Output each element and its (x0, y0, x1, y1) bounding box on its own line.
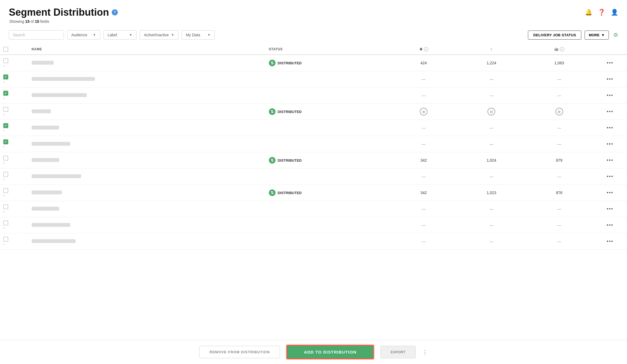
row-actions-button[interactable]: ••• (607, 125, 614, 131)
segment-name (32, 126, 59, 129)
row-actions-button[interactable]: ••• (607, 206, 614, 212)
row-actions-button[interactable]: ••• (607, 174, 614, 180)
segment-name (32, 191, 62, 194)
row-checkbox[interactable] (3, 156, 8, 161)
android-count: — (525, 233, 593, 250)
segment-name (32, 174, 81, 178)
row-actions-button[interactable]: ••• (607, 190, 614, 196)
table-row: ›⇅DISTRIBUTED4241,2241,063••• (0, 55, 627, 71)
segment-name (32, 109, 51, 113)
row-actions-button[interactable]: ••• (607, 60, 614, 66)
expand-arrow-icon[interactable]: › (3, 177, 4, 181)
expand-arrow-icon[interactable]: › (3, 96, 4, 100)
expand-arrow-icon[interactable]: › (3, 194, 4, 197)
apple-count: — (457, 201, 525, 217)
status-badge: ⇅DISTRIBUTED (269, 189, 302, 196)
android-count: 879 (525, 152, 593, 169)
row-checkbox[interactable] (3, 75, 8, 79)
desktop-count: — (390, 201, 457, 217)
chevron-down-icon: ▼ (129, 33, 132, 37)
gear-icon[interactable]: ⚙ (613, 32, 618, 38)
table-row: ›———••• (0, 201, 627, 217)
help-icon[interactable]: ? (112, 9, 118, 15)
row-actions-button[interactable]: ••• (607, 222, 614, 228)
desktop-info-icon[interactable]: i (424, 47, 428, 51)
desktop-count: — (390, 217, 457, 233)
expand-arrow-icon[interactable]: › (3, 129, 4, 133)
table-row: ›———••• (0, 217, 627, 233)
segment-name (32, 158, 59, 162)
apple-column-icon:  (491, 47, 492, 51)
row-checkbox[interactable] (3, 204, 8, 209)
row-actions-button[interactable]: ••• (607, 158, 614, 163)
error-icon: ⊠ (487, 108, 495, 115)
search-input[interactable] (9, 30, 64, 40)
row-actions-button[interactable]: ••• (607, 239, 614, 244)
expand-arrow-icon[interactable]: › (3, 226, 4, 230)
desktop-column-icon: 🖥 (419, 47, 423, 51)
audience-dropdown[interactable]: Audience ▼ (67, 30, 100, 40)
table-row: ›———••• (0, 136, 627, 152)
segments-table: NAME STATUS 🖥 i  (0, 44, 627, 250)
error-icon: ⊠ (420, 108, 427, 115)
table-row: ›———••• (0, 120, 627, 136)
distributed-icon: ⇅ (269, 60, 276, 66)
row-checkbox[interactable] (3, 188, 8, 193)
segment-name (32, 93, 87, 97)
user-icon[interactable]: 👤 (611, 9, 618, 16)
page-title: Segment Distribution (9, 7, 109, 18)
row-checkbox[interactable] (3, 123, 8, 128)
desktop-count: — (390, 136, 457, 152)
chevron-down-icon: ▼ (171, 33, 174, 37)
active-inactive-dropdown[interactable]: Active/Inactive ▼ (140, 30, 178, 40)
segment-name (32, 207, 59, 211)
label-dropdown[interactable]: Label ▼ (103, 30, 137, 40)
delivery-job-status-button[interactable]: DELIVERY JOB STATUS (528, 31, 581, 40)
row-checkbox[interactable] (3, 139, 8, 144)
row-actions-button[interactable]: ••• (607, 141, 614, 147)
android-count: — (525, 201, 593, 217)
help-circle-icon[interactable]: ❓ (598, 9, 605, 16)
expand-arrow-icon[interactable]: › (3, 210, 4, 214)
apple-count: — (457, 120, 525, 136)
expand-arrow-icon[interactable]: › (3, 112, 4, 116)
row-checkbox[interactable] (3, 237, 8, 242)
desktop-count: 424 (390, 55, 457, 71)
apple-count: — (457, 87, 525, 104)
row-checkbox[interactable] (3, 220, 8, 225)
row-checkbox[interactable] (3, 107, 8, 112)
row-checkbox[interactable] (3, 91, 8, 96)
expand-arrow-icon[interactable]: › (3, 242, 4, 246)
row-checkbox[interactable] (3, 172, 8, 177)
expand-arrow-icon[interactable]: › (3, 161, 4, 165)
row-actions-button[interactable]: ••• (607, 76, 614, 82)
segment-name (32, 142, 70, 146)
row-checkbox[interactable] (3, 58, 8, 63)
my-data-dropdown[interactable]: My Data ▼ (182, 30, 215, 40)
apple-count: ⊠ (457, 104, 525, 120)
apple-count: — (457, 71, 525, 87)
desktop-count: — (390, 169, 457, 185)
apple-count: 1,024 (457, 152, 525, 169)
android-count: — (525, 71, 593, 87)
apple-count: 1,224 (457, 55, 525, 71)
row-actions-button[interactable]: ••• (607, 109, 614, 115)
expand-arrow-icon[interactable]: › (3, 145, 4, 149)
subtitle: Showing 15 of 15 fields (9, 19, 118, 24)
expand-arrow-icon[interactable]: › (3, 64, 4, 68)
row-actions-button[interactable]: ••• (607, 93, 614, 98)
select-all-checkbox[interactable] (3, 47, 8, 52)
status-badge: ⇅DISTRIBUTED (269, 157, 302, 164)
chevron-down-icon: ▼ (601, 33, 605, 37)
table-row: ›———••• (0, 233, 627, 250)
expand-arrow-icon[interactable]: › (3, 80, 4, 84)
desktop-count: — (390, 233, 457, 250)
chevron-down-icon: ▼ (93, 33, 96, 37)
notifications-icon[interactable]: 🔔 (585, 9, 592, 16)
name-column-header: NAME (32, 47, 42, 51)
status-column-header: STATUS (269, 47, 283, 51)
more-button[interactable]: MORE ▼ (585, 31, 609, 40)
android-info-icon[interactable]: i (560, 47, 564, 51)
status-badge: ⇅DISTRIBUTED (269, 60, 302, 66)
desktop-count: ⊠ (390, 104, 457, 120)
